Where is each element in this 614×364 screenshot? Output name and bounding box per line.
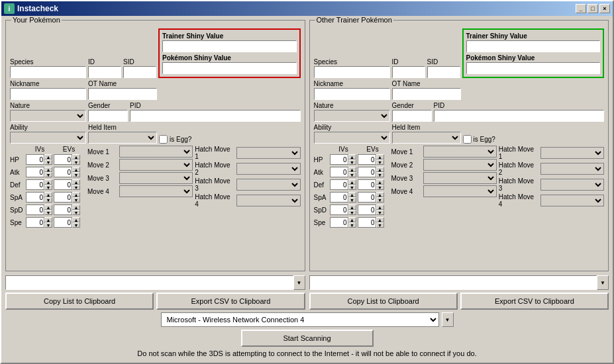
- atk-iv-input[interactable]: [26, 167, 44, 177]
- spd-iv-input[interactable]: [26, 205, 44, 215]
- gender-input[interactable]: [88, 110, 128, 122]
- atk-ev-down[interactable]: ▼: [72, 172, 80, 177]
- other-pid-input[interactable]: [434, 110, 605, 122]
- other-spe-iv-input[interactable]: [330, 217, 348, 228]
- other-move4-select[interactable]: [423, 185, 497, 197]
- sid-input[interactable]: [123, 66, 156, 78]
- other-spd-ev-down[interactable]: ▼: [376, 210, 384, 215]
- other-def-ev-down[interactable]: ▼: [376, 185, 384, 190]
- network-arrow[interactable]: ▼: [442, 312, 454, 327]
- other-ot-name-input[interactable]: [392, 88, 461, 100]
- spa-iv-down[interactable]: ▼: [44, 197, 52, 203]
- hatch3-select[interactable]: [236, 179, 300, 191]
- ot-name-input[interactable]: [88, 88, 157, 100]
- other-nature-select[interactable]: [314, 110, 390, 122]
- spa-ev-input[interactable]: [54, 192, 72, 203]
- tsv-input[interactable]: [162, 40, 297, 52]
- hp-iv-down[interactable]: ▼: [44, 159, 52, 165]
- def-iv-down[interactable]: ▼: [44, 185, 52, 190]
- species-input[interactable]: [10, 66, 86, 78]
- def-ev-up[interactable]: ▲: [72, 179, 80, 185]
- other-atk-iv-up[interactable]: ▲: [348, 167, 356, 172]
- copy-list-1-button[interactable]: Copy List to Clipboard: [5, 293, 154, 310]
- spa-ev-up[interactable]: ▲: [72, 192, 80, 197]
- export-csv-1-button[interactable]: Export CSV to Clipboard: [156, 293, 305, 310]
- other-held-item-select[interactable]: [392, 132, 461, 144]
- other-hp-iv-up[interactable]: ▲: [348, 154, 356, 159]
- spe-ev-up[interactable]: ▲: [72, 217, 80, 222]
- other-spa-ev-input[interactable]: [358, 192, 376, 203]
- other-atk-ev-up[interactable]: ▲: [376, 167, 384, 172]
- hatch4-select[interactable]: [236, 195, 300, 206]
- def-ev-input[interactable]: [54, 179, 72, 190]
- other-def-ev-input[interactable]: [358, 179, 376, 190]
- other-egg-checkbox[interactable]: [463, 135, 472, 144]
- left-list-scroll[interactable]: [5, 275, 293, 290]
- atk-ev-input[interactable]: [54, 167, 72, 177]
- spd-iv-up[interactable]: ▲: [44, 205, 52, 210]
- other-spa-ev-down[interactable]: ▼: [376, 197, 384, 203]
- minimize-button[interactable]: _: [576, 4, 586, 13]
- other-spd-iv-up[interactable]: ▲: [348, 205, 356, 210]
- other-atk-ev-down[interactable]: ▼: [376, 172, 384, 177]
- other-spa-iv-input[interactable]: [330, 192, 348, 203]
- other-move3-select[interactable]: [423, 172, 497, 184]
- other-spe-ev-up[interactable]: ▲: [376, 217, 384, 222]
- other-spd-iv-input[interactable]: [330, 205, 348, 215]
- other-def-ev-up[interactable]: ▲: [376, 179, 384, 185]
- other-spd-ev-up[interactable]: ▲: [376, 205, 384, 210]
- other-ability-select[interactable]: [314, 132, 390, 144]
- atk-iv-up[interactable]: ▲: [44, 167, 52, 172]
- spa-iv-up[interactable]: ▲: [44, 192, 52, 197]
- nickname-input[interactable]: [10, 88, 86, 100]
- psv-input[interactable]: [162, 62, 297, 74]
- hp-ev-down[interactable]: ▼: [72, 159, 80, 165]
- other-spa-iv-down[interactable]: ▼: [348, 197, 356, 203]
- move3-select[interactable]: [119, 172, 193, 184]
- right-scroll-arrow[interactable]: ▼: [597, 275, 609, 290]
- hatch2-select[interactable]: [236, 163, 300, 175]
- other-hp-ev-input[interactable]: [358, 154, 376, 165]
- other-atk-iv-input[interactable]: [330, 167, 348, 177]
- other-hp-ev-down[interactable]: ▼: [376, 159, 384, 165]
- other-def-iv-input[interactable]: [330, 179, 348, 190]
- other-gender-input[interactable]: [392, 110, 432, 122]
- other-hatch2-select[interactable]: [540, 163, 604, 175]
- hatch1-select[interactable]: [236, 147, 300, 159]
- spa-ev-down[interactable]: ▼: [72, 197, 80, 203]
- def-ev-down[interactable]: ▼: [72, 185, 80, 190]
- other-nickname-input[interactable]: [314, 88, 390, 100]
- held-item-select[interactable]: [88, 132, 157, 144]
- spd-ev-down[interactable]: ▼: [72, 210, 80, 215]
- other-spe-iv-up[interactable]: ▲: [348, 217, 356, 222]
- other-atk-ev-input[interactable]: [358, 167, 376, 177]
- pid-input[interactable]: [130, 110, 301, 122]
- other-species-input[interactable]: [314, 66, 390, 78]
- left-scroll-arrow[interactable]: ▼: [293, 275, 305, 290]
- hp-ev-input[interactable]: [54, 154, 72, 165]
- other-spa-ev-up[interactable]: ▲: [376, 192, 384, 197]
- other-move2-select[interactable]: [423, 159, 497, 171]
- other-sid-input[interactable]: [427, 66, 460, 78]
- other-spe-ev-down[interactable]: ▼: [376, 222, 384, 228]
- other-id-input[interactable]: [392, 66, 425, 78]
- hp-iv-input[interactable]: [26, 154, 44, 165]
- spe-iv-up[interactable]: ▲: [44, 217, 52, 222]
- spe-iv-down[interactable]: ▼: [44, 222, 52, 228]
- copy-list-2-button[interactable]: Copy List to Clipboard: [309, 293, 458, 310]
- atk-iv-down[interactable]: ▼: [44, 172, 52, 177]
- maximize-button[interactable]: □: [588, 4, 598, 13]
- other-def-iv-down[interactable]: ▼: [348, 185, 356, 190]
- spd-iv-down[interactable]: ▼: [44, 210, 52, 215]
- other-hp-iv-input[interactable]: [330, 154, 348, 165]
- other-psv-input[interactable]: [466, 62, 601, 74]
- spe-ev-down[interactable]: ▼: [72, 222, 80, 228]
- nature-select[interactable]: [10, 110, 86, 122]
- right-list-scroll[interactable]: [309, 275, 597, 290]
- spe-iv-input[interactable]: [26, 217, 44, 228]
- def-iv-input[interactable]: [26, 179, 44, 190]
- hp-ev-up[interactable]: ▲: [72, 154, 80, 159]
- def-iv-up[interactable]: ▲: [44, 179, 52, 185]
- other-move1-select[interactable]: [423, 146, 497, 158]
- start-scan-button[interactable]: Start Scanning: [241, 330, 374, 347]
